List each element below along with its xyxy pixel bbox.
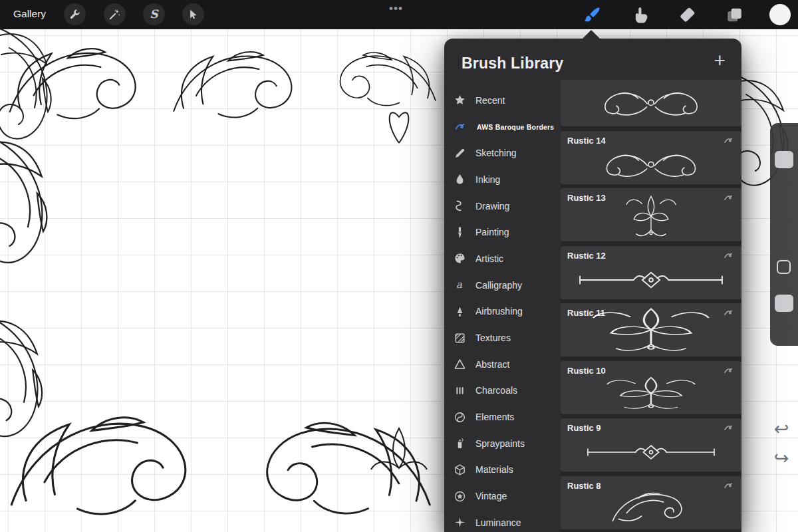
- selection-s-icon: S: [150, 9, 158, 20]
- procreate-app: Gallery S •••: [0, 0, 798, 532]
- abstract-triangle-icon: [454, 358, 466, 370]
- brush-item-rustic-11[interactable]: Rustic 11: [561, 303, 741, 356]
- color-swatch[interactable]: [769, 4, 791, 25]
- actions-button[interactable]: [64, 3, 86, 25]
- brush-category-list: Recent AWS Baroque Borders Sketching Ink…: [444, 39, 561, 532]
- paint-tool-button[interactable]: [583, 5, 602, 25]
- airbrush-icon: [454, 305, 466, 318]
- sidebar-item-calligraphy[interactable]: a Calligraphy: [444, 272, 561, 299]
- undo-button[interactable]: ↩: [770, 418, 793, 440]
- sidebar-item-aws-baroque-borders[interactable]: AWS Baroque Borders: [444, 114, 561, 140]
- brush-item-rustic-8[interactable]: Rustic 8: [561, 476, 741, 529]
- sidebar-item-spraypaints[interactable]: Spraypaints: [444, 430, 561, 457]
- canvas-menu-dots[interactable]: •••: [389, 2, 403, 15]
- brush-preview: [577, 442, 726, 462]
- palette-icon: [454, 252, 466, 265]
- opacity-slider[interactable]: [775, 295, 793, 312]
- calligraphy-a-icon: a: [454, 279, 466, 291]
- brush-preview: [575, 305, 728, 356]
- magic-wand-icon: [108, 8, 121, 21]
- sidebar-item-charcoals[interactable]: Charcoals: [444, 378, 561, 404]
- star-icon: [454, 94, 466, 106]
- transform-button[interactable]: [182, 3, 204, 25]
- brush-preview: [593, 374, 710, 413]
- brush-stroke-icon: [722, 366, 735, 376]
- materials-cube-icon: [454, 464, 466, 476]
- brush-stroke-icon: [454, 121, 467, 132]
- panel-notch: [583, 30, 600, 39]
- sidebar-item-sketching[interactable]: Sketching: [444, 140, 561, 166]
- elements-icon: [454, 411, 466, 424]
- brush-preview: [581, 86, 721, 121]
- wrench-icon: [68, 8, 81, 21]
- erase-tool-button[interactable]: [678, 5, 697, 25]
- ink-drop-icon: [454, 173, 466, 186]
- brush-preview: [595, 488, 708, 528]
- brush-size-slider[interactable]: [775, 151, 793, 168]
- sidebar-item-vintage[interactable]: Vintage: [444, 483, 561, 509]
- brush-preview: [573, 149, 730, 182]
- sidebar-item-artistic[interactable]: Artistic: [444, 245, 561, 272]
- sidebar-item-materials[interactable]: Materials: [444, 457, 561, 483]
- sparkle-icon: [454, 516, 466, 529]
- paintbrush-icon: [454, 226, 466, 239]
- eraser-icon: [678, 5, 697, 25]
- brush-preview: [577, 269, 726, 291]
- brush-stroke-icon: [722, 193, 735, 203]
- spray-can-icon: [454, 437, 466, 450]
- gallery-button[interactable]: Gallery: [13, 8, 46, 20]
- brush-library-panel: Brush Library + Recent AWS Baroque Borde…: [444, 39, 741, 532]
- adjustments-button[interactable]: [104, 3, 126, 25]
- add-brush-button[interactable]: +: [714, 51, 726, 70]
- modify-button[interactable]: [777, 260, 791, 274]
- brush-stroke-icon: [722, 136, 735, 146]
- redo-button[interactable]: ↪: [770, 447, 793, 469]
- brush-item-rustic-14[interactable]: Rustic 14: [561, 131, 741, 184]
- sidebar-item-luminance[interactable]: Luminance: [444, 509, 561, 532]
- brush-item-rustic-10[interactable]: Rustic 10: [561, 361, 741, 414]
- brush-list: Rustic 14 Rustic 13 Rustic 12 Rustic 11: [561, 80, 741, 532]
- texture-icon: [454, 332, 466, 344]
- brush-item[interactable]: [561, 80, 741, 126]
- smudge-tool-button[interactable]: [630, 5, 650, 25]
- sidebar-item-airbrushing[interactable]: Airbrushing: [444, 299, 561, 325]
- brush-item-rustic-12[interactable]: Rustic 12: [561, 246, 741, 299]
- top-toolbar: Gallery S •••: [0, 0, 798, 29]
- brush-icon: [583, 5, 602, 25]
- layers-icon: [725, 5, 744, 25]
- sidebar-item-abstract[interactable]: Abstract: [444, 351, 561, 378]
- brush-stroke-icon: [722, 423, 735, 433]
- brush-item-rustic-9[interactable]: Rustic 9: [561, 418, 741, 471]
- brush-stroke-icon: [722, 481, 735, 491]
- svg-text:a: a: [456, 279, 462, 291]
- smudge-finger-icon: [630, 5, 650, 25]
- charcoal-bars-icon: [454, 384, 466, 397]
- sidebar-item-textures[interactable]: Textures: [444, 325, 561, 351]
- canvas-sidebar: [770, 123, 798, 346]
- pencil-icon: [454, 147, 466, 160]
- vintage-star-icon: [454, 490, 466, 503]
- squiggle-icon: [454, 200, 466, 212]
- selection-button[interactable]: S: [143, 3, 165, 25]
- sidebar-item-recent[interactable]: Recent: [444, 87, 561, 114]
- sidebar-item-elements[interactable]: Elements: [444, 404, 561, 430]
- brush-preview: [604, 192, 698, 241]
- sidebar-item-painting[interactable]: Painting: [444, 219, 561, 245]
- brush-stroke-icon: [722, 251, 735, 261]
- transform-arrow-icon: [187, 8, 200, 21]
- layers-button[interactable]: [725, 5, 744, 25]
- brush-item-rustic-13[interactable]: Rustic 13: [561, 188, 741, 241]
- sidebar-item-inking[interactable]: Inking: [444, 166, 561, 193]
- sidebar-item-drawing[interactable]: Drawing: [444, 193, 561, 219]
